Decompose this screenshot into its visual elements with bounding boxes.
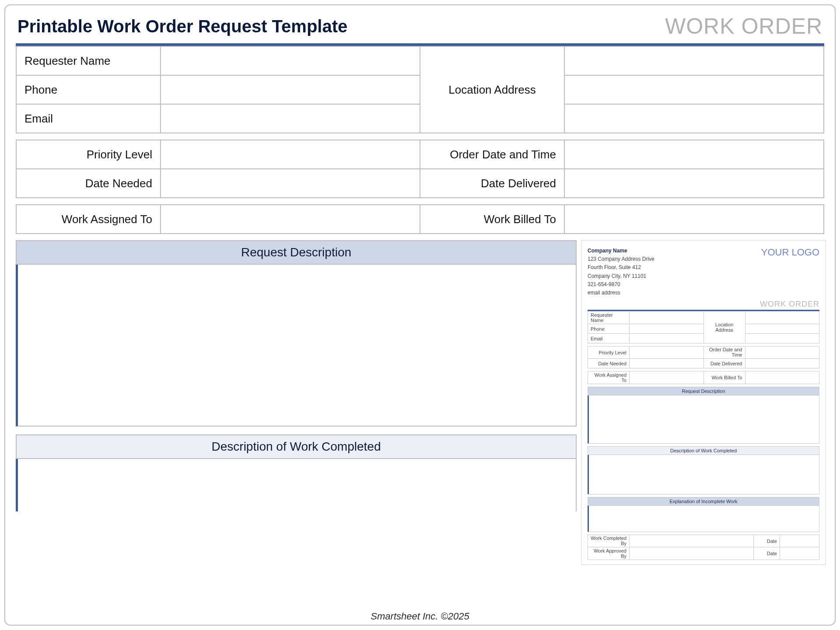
preview-company-name: Company Name — [588, 247, 654, 255]
label-request-description: Request Description — [16, 240, 577, 265]
preview-addr2: Fourth Floor, Suite 412 — [588, 263, 654, 272]
preview-field-description-completed — [588, 455, 819, 494]
field-order-datetime[interactable] — [564, 140, 824, 169]
preview-label-work-approved-by: Work Approved By — [588, 547, 630, 560]
label-email: Email — [16, 104, 161, 133]
preview-label-date-delivered: Date Delivered — [704, 359, 745, 368]
label-phone: Phone — [16, 75, 161, 104]
label-location-address: Location Address — [420, 46, 564, 133]
preview-field-explanation-incomplete — [588, 506, 819, 532]
preview-label-email: Email — [588, 334, 630, 343]
field-email[interactable] — [161, 104, 420, 133]
label-description-completed: Description of Work Completed — [16, 434, 577, 459]
preview-assignment-table: Work Assigned To Work Billed To — [588, 371, 819, 384]
label-date-delivered: Date Delivered — [420, 169, 564, 198]
preview-label-requester-name: Requester Name — [588, 312, 630, 324]
preview-email: email address — [588, 289, 654, 297]
field-request-description[interactable] — [16, 265, 577, 427]
field-work-billed-to[interactable] — [564, 205, 824, 234]
description-completed-section: Description of Work Completed — [16, 434, 577, 511]
template-frame: Printable Work Order Request Template WO… — [4, 4, 836, 626]
preview-addr3: Company City, NY 11101 — [588, 272, 654, 280]
field-date-delivered[interactable] — [564, 169, 824, 198]
preview-label-work-billed: Work Billed To — [704, 371, 745, 384]
field-location-address-3[interactable] — [564, 104, 824, 133]
field-requester-name[interactable] — [161, 46, 420, 75]
template-preview: Company Name 123 Company Address Drive F… — [581, 240, 826, 565]
preview-label-work-completed-by: Work Completed By — [588, 535, 630, 547]
preview-label-date-1: Date — [754, 535, 780, 547]
preview-label-priority: Priority Level — [588, 346, 630, 359]
page-title: Printable Work Order Request Template — [18, 17, 347, 36]
preview-work-order-mark: WORK ORDER — [588, 300, 819, 309]
field-phone[interactable] — [161, 75, 420, 104]
field-location-address-2[interactable] — [564, 75, 824, 104]
requester-table: Requester Name Location Address Phone Em… — [16, 46, 824, 133]
label-work-billed-to: Work Billed To — [420, 205, 564, 234]
preview-label-order-datetime: Order Date and Time — [704, 346, 745, 359]
label-order-datetime: Order Date and Time — [420, 140, 564, 169]
assignment-table: Work Assigned To Work Billed To — [16, 204, 824, 234]
preview-label-work-assigned: Work Assigned To — [588, 371, 630, 384]
preview-label-phone: Phone — [588, 324, 630, 334]
request-description-section: Request Description — [16, 240, 577, 427]
field-location-address-1[interactable] — [564, 46, 824, 75]
preview-label-date-needed: Date Needed — [588, 359, 630, 368]
field-priority-level[interactable] — [161, 140, 420, 169]
preview-signoff-table: Work Completed By Date Work Approved By … — [588, 535, 819, 560]
field-date-needed[interactable] — [161, 169, 420, 198]
label-work-assigned-to: Work Assigned To — [16, 205, 161, 234]
priority-table: Priority Level Order Date and Time Date … — [16, 140, 824, 198]
preview-label-location-address: Location Address — [704, 312, 745, 343]
preview-logo: YOUR LOGO — [761, 247, 819, 258]
preview-label-request-description: Request Description — [588, 387, 819, 396]
preview-label-explanation-incomplete: Explanation of Incomplete Work — [588, 497, 819, 506]
preview-label-date-2: Date — [754, 547, 780, 560]
preview-phone: 321-654-9870 — [588, 280, 654, 289]
preview-priority-table: Priority Level Order Date and Time Date … — [588, 346, 819, 368]
field-description-completed[interactable] — [16, 459, 577, 511]
preview-label-description-completed: Description of Work Completed — [588, 446, 819, 455]
preview-addr1: 123 Company Address Drive — [588, 255, 654, 263]
work-order-mark: WORK ORDER — [665, 14, 822, 39]
preview-company-block: Company Name 123 Company Address Drive F… — [588, 247, 654, 297]
label-requester-name: Requester Name — [16, 46, 161, 75]
label-priority-level: Priority Level — [16, 140, 161, 169]
preview-requester-table: Requester Name Location Address Phone Em… — [588, 311, 819, 343]
footer-copyright: Smartsheet Inc. ©2025 — [5, 611, 835, 622]
header: Printable Work Order Request Template WO… — [16, 12, 824, 43]
label-date-needed: Date Needed — [16, 169, 161, 198]
field-work-assigned-to[interactable] — [161, 205, 420, 234]
preview-field-request-description — [588, 396, 819, 444]
